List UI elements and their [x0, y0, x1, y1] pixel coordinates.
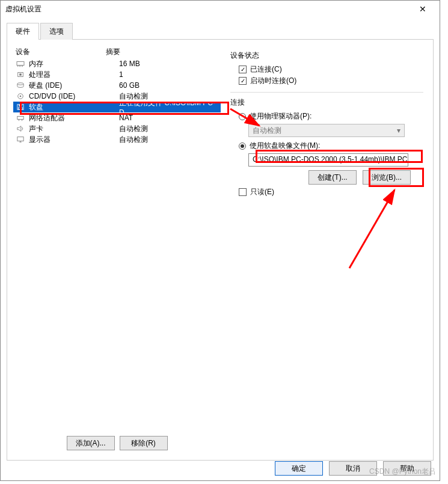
floppy-icon: [16, 103, 25, 111]
device-name: 显示器: [29, 135, 119, 145]
radio-icon: [239, 113, 246, 120]
hardware-pane: 设备 摘要 内存16 MB处理器1硬盘 (IDE)60 GBCD/DVD (ID…: [13, 46, 221, 454]
connection-title: 连接: [230, 97, 423, 108]
window-title: 虚拟机设置: [5, 4, 411, 14]
disk-icon: [16, 81, 25, 90]
readonly-checkbox[interactable]: 只读(E): [239, 187, 423, 197]
svg-rect-16: [17, 137, 23, 141]
device-row[interactable]: 声卡自动检测: [13, 123, 221, 134]
connect-on-power-checkbox[interactable]: ✓ 启动时连接(O): [239, 76, 423, 86]
use-image-label: 使用软盘映像文件(M):: [250, 141, 320, 151]
device-name: 内存: [29, 59, 119, 69]
connected-label: 已连接(C): [250, 64, 282, 75]
device-row[interactable]: 处理器1: [13, 69, 221, 80]
vm-settings-dialog: 虚拟机设置 ✕ 硬件 选项 设备 摘要 内存16 MB处理器1硬盘 (IDE)6…: [0, 0, 440, 481]
device-summary: 60 GB: [119, 81, 218, 90]
header-device: 设备: [16, 47, 106, 57]
use-physical-radio[interactable]: 使用物理驱动器(P):: [239, 111, 423, 121]
image-path-input[interactable]: C:\ISO\IBM PC-DOS 2000 (3.5-1.44mb)\IBM …: [248, 153, 408, 167]
connected-checkbox[interactable]: ✓ 已连接(C): [239, 64, 423, 75]
device-row[interactable]: 软盘正在使用文件 C:\ISO\IBM PC-D...: [13, 102, 221, 112]
create-button[interactable]: 创建(T)...: [308, 170, 357, 185]
device-name: CD/DVD (IDE): [29, 92, 119, 100]
readonly-label: 只读(E): [250, 187, 274, 197]
device-summary: 自动检测: [119, 124, 218, 134]
cpu-icon: [16, 70, 25, 79]
remove-device-button[interactable]: 移除(R): [120, 436, 168, 450]
check-icon: ✓: [239, 66, 247, 73]
device-summary: 1: [119, 70, 218, 79]
svg-rect-12: [19, 108, 23, 109]
device-summary: 自动检测: [119, 135, 218, 145]
device-row[interactable]: 硬盘 (IDE)60 GB: [13, 80, 221, 91]
device-detail-pane: 设备状态 ✓ 已连接(C) ✓ 启动时连接(O) 连接 使用物理驱动器(P): …: [227, 46, 427, 454]
device-summary: 16 MB: [119, 60, 218, 68]
chevron-down-icon: ▾: [397, 126, 400, 135]
device-name: 网络适配器: [29, 113, 119, 123]
tab-hardware[interactable]: 硬件: [7, 23, 39, 40]
device-row[interactable]: 内存16 MB: [13, 58, 221, 69]
add-device-button[interactable]: 添加(A)...: [67, 436, 115, 450]
device-row[interactable]: 网络适配器NAT: [13, 112, 221, 123]
radio-icon: [239, 142, 246, 150]
physical-drive-dropdown: 自动检测 ▾: [248, 124, 405, 137]
device-name: 软盘: [29, 102, 119, 112]
status-title: 设备状态: [230, 51, 423, 61]
sound-icon: [16, 124, 25, 133]
memory-icon: [16, 60, 25, 68]
header-summary: 摘要: [106, 47, 218, 57]
svg-rect-11: [19, 105, 22, 106]
display-icon: [16, 135, 25, 144]
cd-icon: [16, 92, 25, 100]
svg-point-9: [20, 96, 22, 97]
svg-rect-6: [19, 73, 21, 75]
device-list[interactable]: 内存16 MB处理器1硬盘 (IDE)60 GBCD/DVD (IDE)自动检测…: [13, 58, 221, 432]
use-image-radio[interactable]: 使用软盘映像文件(M):: [239, 141, 423, 151]
tab-strip: 硬件 选项: [7, 22, 434, 40]
browse-button[interactable]: 浏览(B)...: [363, 170, 411, 185]
check-icon: [239, 188, 247, 196]
tab-options[interactable]: 选项: [40, 23, 73, 40]
net-icon: [16, 114, 25, 122]
use-physical-label: 使用物理驱动器(P):: [250, 111, 311, 121]
titlebar: 虚拟机设置 ✕: [1, 1, 440, 17]
svg-rect-0: [17, 62, 24, 66]
device-row[interactable]: 显示器自动检测: [13, 134, 221, 145]
dropdown-value: 自动检测: [253, 126, 281, 136]
device-name: 硬盘 (IDE): [29, 81, 119, 91]
device-summary: NAT: [119, 114, 218, 122]
close-button[interactable]: ✕: [411, 1, 435, 17]
watermark: CSDN @Python老吕: [369, 467, 436, 477]
check-icon: ✓: [239, 77, 247, 85]
svg-point-7: [17, 83, 23, 85]
ok-button[interactable]: 确定: [275, 461, 323, 476]
device-name: 声卡: [29, 124, 119, 134]
svg-rect-13: [17, 116, 23, 119]
device-name: 处理器: [29, 70, 119, 80]
connect-on-power-label: 启动时连接(O): [250, 76, 296, 86]
